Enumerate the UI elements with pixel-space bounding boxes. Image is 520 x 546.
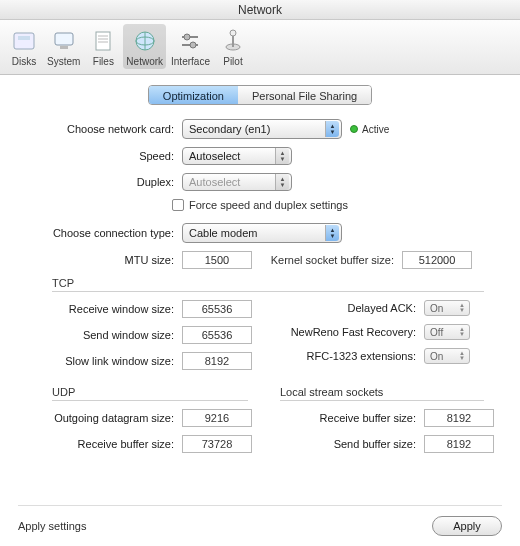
tcp-recv-input[interactable]: 65536 [182, 300, 252, 318]
connection-type-label: Choose connection type: [12, 227, 182, 239]
content-panel: Optimization Personal File Sharing Choos… [0, 75, 520, 546]
speed-select[interactable]: Autoselect ▲▼ [182, 147, 292, 165]
dack-value: On [430, 303, 443, 314]
toolbar-label: Network [126, 56, 163, 67]
udp-recv-label: Receive buffer size: [12, 438, 182, 450]
network-card-select[interactable]: Secondary (en1) ▲▼ [182, 119, 342, 139]
divider [52, 291, 484, 292]
tcp-slow-label: Slow link window size: [12, 355, 182, 367]
apply-settings-label: Apply settings [18, 520, 86, 532]
apply-button[interactable]: Apply [432, 516, 502, 536]
network-icon [130, 26, 160, 56]
toolbar-label: Disks [12, 56, 36, 67]
tab-sharing[interactable]: Personal File Sharing [238, 86, 371, 104]
tcp-send-label: Send window size: [12, 329, 182, 341]
tab-bar: Optimization Personal File Sharing [12, 85, 508, 105]
chevron-updown-icon: ▲▼ [275, 174, 289, 190]
chevron-updown-icon: ▲▼ [275, 148, 289, 164]
lss-send-label: Send buffer size: [260, 438, 424, 450]
tab-optimization[interactable]: Optimization [149, 86, 238, 104]
files-icon [88, 26, 118, 56]
udp-title: UDP [52, 386, 260, 398]
chevron-updown-icon: ▲▼ [457, 327, 467, 337]
svg-point-14 [190, 42, 196, 48]
chevron-updown-icon: ▲▼ [325, 121, 339, 137]
divider [280, 400, 484, 401]
toolbar-label: System [47, 56, 80, 67]
toolbar-label: Pilot [223, 56, 242, 67]
toolbar-pilot[interactable]: Pilot [215, 24, 251, 69]
connection-type-select[interactable]: Cable modem ▲▼ [182, 223, 342, 243]
mtu-input[interactable]: 1500 [182, 251, 252, 269]
kbuf-label: Kernel socket buffer size: [252, 254, 402, 266]
toolbar-files[interactable]: Files [85, 24, 121, 69]
speed-value: Autoselect [189, 150, 240, 162]
udp-out-label: Outgoing datagram size: [12, 412, 182, 424]
svg-rect-4 [96, 32, 110, 50]
duplex-value: Autoselect [189, 176, 240, 188]
svg-point-12 [184, 34, 190, 40]
network-card-value: Secondary (en1) [189, 123, 270, 135]
footer: Apply settings Apply [18, 505, 502, 536]
tcp-slow-input[interactable]: 8192 [182, 352, 252, 370]
tcp-title: TCP [52, 277, 508, 289]
window-title: Network [0, 0, 520, 20]
dack-label: Delayed ACK: [260, 302, 424, 314]
rfc-label: RFC-1323 extensions: [260, 350, 424, 362]
force-label: Force speed and duplex settings [189, 199, 348, 211]
chevron-updown-icon: ▲▼ [457, 303, 467, 313]
svg-rect-3 [60, 46, 68, 49]
toolbar-label: Files [93, 56, 114, 67]
svg-rect-2 [55, 33, 73, 45]
system-icon [49, 26, 79, 56]
connection-type-value: Cable modem [189, 227, 257, 239]
chevron-updown-icon: ▲▼ [457, 351, 467, 361]
network-card-label: Choose network card: [12, 123, 182, 135]
speed-label: Speed: [12, 150, 182, 162]
toolbar-disks[interactable]: Disks [6, 24, 42, 69]
force-checkbox[interactable] [172, 199, 184, 211]
chevron-updown-icon: ▲▼ [325, 225, 339, 241]
active-label: Active [362, 124, 389, 135]
lss-send-input[interactable]: 8192 [424, 435, 494, 453]
rfc-value: On [430, 351, 443, 362]
toolbar-label: Interface [171, 56, 210, 67]
udp-recv-input[interactable]: 73728 [182, 435, 252, 453]
svg-rect-0 [14, 33, 34, 49]
status-dot-icon [350, 125, 358, 133]
active-indicator: Active [350, 124, 389, 135]
pilot-icon [218, 26, 248, 56]
rfc-select[interactable]: On▲▼ [424, 348, 470, 364]
disk-icon [9, 26, 39, 56]
mtu-label: MTU size: [12, 254, 182, 266]
kbuf-input[interactable]: 512000 [402, 251, 472, 269]
divider [52, 400, 248, 401]
toolbar: Disks System Files Network Interface Pil… [0, 20, 520, 75]
dack-select[interactable]: On▲▼ [424, 300, 470, 316]
svg-rect-1 [18, 36, 30, 40]
tcp-recv-label: Receive window size: [12, 303, 182, 315]
tcp-send-input[interactable]: 65536 [182, 326, 252, 344]
duplex-label: Duplex: [12, 176, 182, 188]
toolbar-interface[interactable]: Interface [168, 24, 213, 69]
udp-out-input[interactable]: 9216 [182, 409, 252, 427]
newreno-select[interactable]: Off▲▼ [424, 324, 470, 340]
duplex-select: Autoselect ▲▼ [182, 173, 292, 191]
svg-point-17 [230, 30, 236, 36]
interface-icon [175, 26, 205, 56]
lss-recv-input[interactable]: 8192 [424, 409, 494, 427]
newreno-value: Off [430, 327, 443, 338]
toolbar-network[interactable]: Network [123, 24, 166, 69]
newreno-label: NewReno Fast Recovery: [260, 326, 424, 338]
toolbar-system[interactable]: System [44, 24, 83, 69]
lss-recv-label: Receive buffer size: [260, 412, 424, 424]
lss-title: Local stream sockets [280, 386, 508, 398]
